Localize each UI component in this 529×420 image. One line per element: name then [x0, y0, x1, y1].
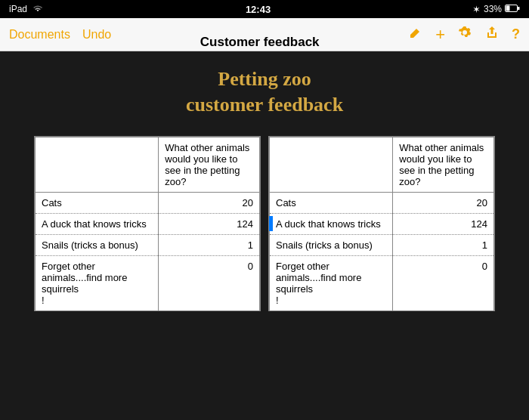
- resize-handle[interactable]: [269, 216, 273, 231]
- table2-row2-label: A duck that knows tricks: [270, 213, 393, 234]
- table1-row1-label: Cats: [36, 192, 159, 213]
- nav-title: Customer feedback: [200, 35, 320, 50]
- svg-rect-1: [518, 7, 520, 10]
- table2-row3-value: 1: [393, 234, 494, 255]
- table2-row1-label: Cats: [270, 192, 393, 213]
- device-label: iPad: [9, 4, 27, 14]
- annotate-icon[interactable]: [408, 25, 423, 44]
- undo-button[interactable]: Undo: [82, 28, 111, 42]
- tables-row: What other animals would you like to see…: [8, 136, 521, 311]
- time-display: 12:43: [246, 4, 271, 15]
- table2-row1-value: 20: [393, 192, 494, 213]
- table-row: Cats 20: [36, 192, 260, 213]
- svg-rect-2: [506, 6, 510, 11]
- help-icon[interactable]: ?: [512, 26, 520, 42]
- add-icon[interactable]: +: [435, 26, 445, 43]
- table1-row2-label: A duck that knows tricks: [36, 213, 159, 234]
- battery-icon: [505, 4, 520, 14]
- status-right: ✶ 33%: [472, 4, 520, 15]
- table-1: What other animals would you like to see…: [34, 136, 261, 311]
- table1-row3-value: 1: [159, 234, 260, 255]
- table1-row3-label: Snails (tricks a bonus): [36, 234, 159, 255]
- table-row: A duck that knows tricks 124: [36, 213, 260, 234]
- table-row: Snails (tricks a bonus) 1: [270, 234, 494, 255]
- table-row: Forget other animals....find more squirr…: [270, 255, 494, 310]
- nav-bar: Documents Undo Customer feedback + ?: [0, 18, 529, 51]
- table-row: A duck that knows tricks 124: [270, 213, 494, 234]
- table1-col2-header: What other animals would you like to see…: [159, 137, 260, 192]
- table1-row4-label: Forget other animals....find more squirr…: [36, 255, 159, 310]
- nav-left: Documents Undo: [9, 28, 111, 42]
- table2-row3-label: Snails (tricks a bonus): [270, 234, 393, 255]
- feedback-table-2: What other animals would you like to see…: [269, 137, 494, 310]
- table-2: What other animals would you like to see…: [268, 136, 495, 311]
- bluetooth-icon: ✶: [472, 4, 481, 15]
- table1-col1-header: [36, 137, 159, 192]
- table1-row1-value: 20: [159, 192, 260, 213]
- nav-right: + ?: [408, 25, 520, 44]
- content-area: Petting zoocustomer feedback What other …: [0, 51, 529, 420]
- battery-label: 33%: [484, 4, 502, 14]
- status-bar: iPad 12:43 ✶ 33%: [0, 0, 529, 18]
- table1-row4-value: 0: [159, 255, 260, 310]
- share-icon[interactable]: [484, 25, 500, 44]
- settings-icon[interactable]: [457, 25, 472, 44]
- table2-col1-header: [270, 137, 393, 192]
- documents-button[interactable]: Documents: [9, 28, 70, 42]
- status-left: iPad: [9, 4, 44, 15]
- table2-row4-value: 0: [393, 255, 494, 310]
- table-row: Cats 20: [270, 192, 494, 213]
- table-row: Snails (tricks a bonus) 1: [36, 234, 260, 255]
- table-row: Forget other animals....find more squirr…: [36, 255, 260, 310]
- wifi-icon: [32, 4, 44, 15]
- table2-row2-value: 124: [393, 213, 494, 234]
- page-title: Petting zoocustomer feedback: [8, 66, 521, 118]
- table1-row2-value: 124: [159, 213, 260, 234]
- table2-col2-header: What other animals would you like to see…: [393, 137, 494, 192]
- table2-row4-label: Forget other animals....find more squirr…: [270, 255, 393, 310]
- feedback-table-1: What other animals would you like to see…: [35, 137, 260, 310]
